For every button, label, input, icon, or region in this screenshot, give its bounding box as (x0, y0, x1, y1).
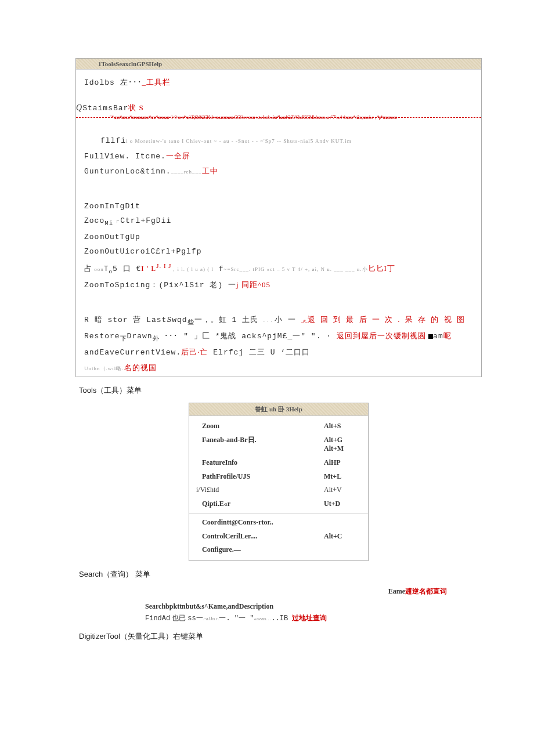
menu-item-label: Qipti.E«r (202, 500, 230, 509)
menu-item-shortcut: Mt+L (324, 472, 359, 482)
menu-item-shortcut (324, 518, 359, 527)
menu-item-shortcut: Alt+S (324, 422, 359, 431)
menu-item[interactable]: Qipti.E«rUt+D (189, 497, 368, 511)
menu-item-shortcut: Ut+D (324, 500, 359, 509)
toolbars-item: Idolbs 左･･･_工具栏 (84, 77, 473, 89)
menu-item[interactable]: Faneab-and-Br日.Alt+GAlt+M (189, 433, 368, 456)
menu-item[interactable]: ControlCerilLer....Alt+C (189, 530, 368, 544)
menu-item-shortcut: Alt+V (324, 486, 359, 495)
fllfi-item: fllfii o Moretinw-'s tano I Chiev-out ~ … (90, 135, 473, 147)
tools-menu-header: 眷虹 uh 卧 3Help (189, 403, 368, 416)
menu-item[interactable]: PathFrofile/UJSMt+L (189, 470, 368, 484)
menu-item[interactable]: Coordintt@Conrs-rtor.. (189, 516, 368, 530)
view-menu-panel: 1ToolsSeaxclnGPSHelp Idolbs 左･･･_工具栏 QSt… (75, 58, 482, 377)
search-section-title: Search（查询） 菜单 (79, 569, 482, 580)
view-menu-header: 1ToolsSeaxclnGPSHelp (76, 59, 481, 70)
black-square-icon (428, 334, 433, 339)
search-by-attributes-item: Searchbpkttnbut&s^Kame,andDescription (145, 602, 482, 611)
garbled-rule: 「* anes*annoc*annonotanoc*nno*conosan ･1… (107, 114, 473, 121)
restore-last-saved-item: R 暗 stor 营 LastSwqd些一，。虹 1 土氏 . . . 小 一 … (84, 314, 473, 327)
menu-item[interactable]: i/Vi£htdAlt+V (189, 483, 368, 497)
menu-separator (189, 513, 368, 513)
status-bar-item: QStaimsBar状 S (75, 102, 481, 114)
center-on-location-item: GunturonLoc&tinn.____rch___工中 (84, 165, 473, 178)
zoom-in-item: ZoomInTgDit (84, 201, 473, 212)
find-address-item: FindAd 也已 ss一.-aJJn r.一. "一 "«azan…..IB … (145, 613, 482, 623)
menu-item[interactable]: FeatureInfoAlHP (189, 456, 368, 470)
save-current-view-item: andEaveCurrentView.后己·亡 Elrfcj 二三 U ‘二口口 (84, 346, 473, 359)
menu-item-shortcut: AlHP (324, 458, 359, 468)
menu-item[interactable]: ZoomAlt+S (189, 419, 368, 433)
menu-item-shortcut: Alt+C (324, 532, 359, 541)
menu-item-shortcut: Alt+GAlt+M (324, 436, 359, 454)
menu-item-shortcut (324, 545, 359, 555)
menu-item[interactable]: Configure.— (189, 543, 368, 557)
named-view-item: Uothn（.wil略.名的视国 (84, 362, 473, 374)
menu-item-label: Coordintt@Conrs-rtor.. (202, 518, 273, 527)
menu-item-label: i/Vi£htd (196, 486, 219, 495)
full-view-item: FullView. Itcme.一全屏 (84, 150, 473, 162)
menu-item-label: ControlCerilLer.... (202, 532, 257, 541)
garbled-zoom-line: 占 oonTo5 口 €I ' LJ. I J，i l. ( l u a) ( … (84, 261, 473, 276)
menu-item-label: Zoom (202, 422, 219, 431)
menu-item-label: Faneab-and-Br日. (202, 436, 257, 454)
header-text: 1ToolsSeaxclnGPSHelp (82, 60, 162, 67)
menu-item-label: FeatureInfo (202, 458, 237, 468)
zoom-out-item: ZoomOutTgUp (84, 231, 473, 243)
zoom-mi-item: ZocoMi「Ctrl+FgDii (84, 215, 473, 228)
menu-item-label: PathFrofile/UJS (202, 472, 250, 482)
digitizer-section-title: DigitizerTool（矢量化工具）右键菜单 (79, 631, 482, 642)
tools-menu-panel: 眷虹 uh 卧 3Help ZoomAlt+SFaneab-and-Br日.Al… (189, 403, 369, 561)
zoom-out-micro-item: ZoomOutUicroiC£rl+Pglfp (84, 246, 473, 258)
search-by-name-heading: Eame逋逆名都直词 (75, 587, 447, 596)
menu-item-label: Configure.— (202, 545, 241, 555)
zoom-to-spacing-item: ZoomToSpicing：(Pix^lSir 老) 一j 同距^05 (84, 279, 473, 291)
restore-drawn-item: Restore下Drawn外 ･･･ " 」匚 *鬼战 acks^pjM£_一"… (84, 330, 473, 343)
tools-section-title: Tools（工具）菜单 (79, 385, 482, 396)
